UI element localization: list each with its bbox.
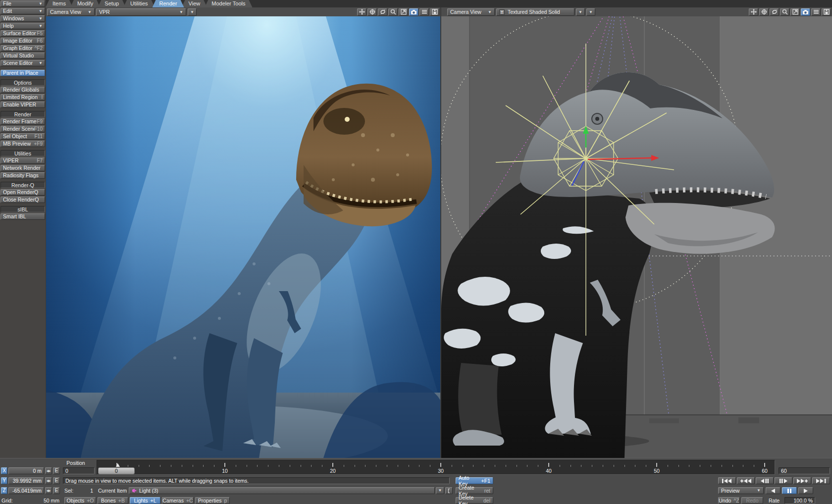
mode-cameras-button[interactable]: Cameras+C bbox=[162, 497, 194, 504]
mode-objects-button[interactable]: Objects+O bbox=[64, 497, 96, 504]
vpr-render-view[interactable] bbox=[46, 16, 440, 458]
mode-dropdown-arrow[interactable]: ▼ bbox=[576, 8, 585, 16]
end-frame-input[interactable]: 60 bbox=[779, 467, 830, 474]
radiosity-flags-button[interactable]: Radiosity Flags bbox=[0, 172, 45, 179]
image-editor-button[interactable]: Image Editor F6 bbox=[0, 38, 45, 44]
smart-ibl-button[interactable]: Smart IBL bbox=[0, 213, 45, 220]
virtual-studio-button[interactable]: Virtual Studio bbox=[0, 52, 45, 59]
y-envelope-button[interactable]: E bbox=[53, 477, 60, 484]
zoom-view-icon[interactable] bbox=[780, 8, 789, 16]
goto-end-button[interactable] bbox=[812, 477, 830, 484]
render-globals-button[interactable]: Render Globals bbox=[0, 87, 45, 93]
status-hint: Drag mouse in view to move selected item… bbox=[63, 477, 450, 484]
maximize-view-icon[interactable] bbox=[790, 8, 800, 16]
item-list-dropdown-button[interactable]: ▼ bbox=[436, 487, 444, 494]
render-mode-dropdown[interactable]: VPR ▼ bbox=[96, 8, 186, 16]
parent-in-place-button[interactable]: Parent in Place bbox=[0, 70, 45, 76]
orbit-view-icon[interactable] bbox=[367, 8, 377, 16]
tab-modeler-tools[interactable]: Modeler Tools bbox=[205, 0, 252, 7]
mb-preview-button[interactable]: MB Preview +F9 bbox=[0, 141, 45, 147]
position-x-field[interactable]: 0 m bbox=[8, 467, 44, 474]
timeline-ruler[interactable]: 0 10 20 30 40 50 60 0 bbox=[97, 460, 775, 475]
y-spinner[interactable]: ◀▶ bbox=[45, 477, 52, 484]
chevron-down-icon: ▼ bbox=[589, 10, 593, 14]
tab-view[interactable]: View bbox=[182, 0, 208, 7]
position-y-field[interactable]: 39.9992 mm bbox=[8, 477, 44, 484]
goto-start-button[interactable] bbox=[718, 477, 736, 484]
viewport-options-dropdown[interactable]: ▼ bbox=[188, 8, 197, 16]
step-forward-button[interactable] bbox=[775, 477, 792, 484]
view-type-dropdown[interactable]: Camera View ▼ bbox=[47, 8, 95, 16]
rate-value-field[interactable]: 100.0 % bbox=[784, 497, 815, 504]
chevron-down-icon: ▼ bbox=[39, 16, 43, 21]
viewport-menu-icon[interactable] bbox=[419, 8, 429, 16]
limited-region-button[interactable]: Limited Region l bbox=[0, 94, 45, 101]
step-back-button[interactable] bbox=[756, 477, 774, 484]
file-menu[interactable]: File ▼ bbox=[0, 0, 45, 7]
view-type-dropdown[interactable]: Camera View ▼ bbox=[447, 8, 495, 16]
auto-key-button[interactable]: Auto Key+F1 bbox=[456, 477, 493, 484]
maximize-view-icon[interactable] bbox=[399, 8, 408, 16]
render-scene-button[interactable]: Render Scene F10 bbox=[0, 126, 45, 132]
delete-key-button[interactable]: Delete Keydel bbox=[456, 497, 493, 504]
current-item-dropdown[interactable]: Light (3) bbox=[129, 487, 435, 494]
enable-viper-button[interactable]: Enable VIPER bbox=[0, 101, 45, 108]
move-view-icon[interactable] bbox=[749, 8, 758, 16]
tab-modify[interactable]: Modify bbox=[70, 0, 100, 7]
render-mode-dropdown[interactable]: T Textured Shaded Solid bbox=[496, 8, 574, 16]
properties-button[interactable]: Propertiesp bbox=[195, 497, 230, 504]
mode-bones-button[interactable]: Bones+B bbox=[98, 497, 128, 504]
tab-utilities[interactable]: Utilities bbox=[123, 0, 155, 7]
create-key-button[interactable]: Create Keyret bbox=[456, 487, 493, 494]
help-menu[interactable]: Help ▼ bbox=[0, 23, 45, 29]
sel-object-button[interactable]: Sel Object F11 bbox=[0, 133, 45, 140]
axis-y-chip[interactable]: Y bbox=[1, 477, 7, 484]
x-envelope-button[interactable]: E bbox=[53, 467, 60, 474]
play-forward-button[interactable] bbox=[798, 487, 813, 494]
redo-button[interactable]: Redo bbox=[741, 497, 763, 504]
pause-button[interactable] bbox=[782, 487, 797, 494]
x-spinner[interactable]: ◀▶ bbox=[45, 467, 52, 474]
viper-button[interactable]: VIPER F7 bbox=[0, 157, 45, 164]
open-renderq-button[interactable]: Open RenderQ bbox=[0, 189, 45, 196]
camera-icon[interactable] bbox=[801, 8, 810, 16]
shaded-3d-view[interactable] bbox=[441, 16, 832, 458]
z-envelope-button[interactable]: E bbox=[53, 487, 60, 494]
preview-dropdown[interactable]: Preview ▼ bbox=[718, 487, 764, 494]
tab-setup[interactable]: Setup bbox=[98, 0, 126, 7]
viewport-menu-icon[interactable] bbox=[811, 8, 821, 16]
scene-editor-button[interactable]: Scene Editor ▼ bbox=[0, 60, 45, 66]
axis-z-chip[interactable]: Z bbox=[1, 487, 7, 494]
frame-slider[interactable]: 0 bbox=[98, 467, 135, 474]
z-spinner[interactable]: ◀▶ bbox=[45, 487, 52, 494]
chevron-down-icon: ▼ bbox=[190, 10, 194, 14]
network-render-button[interactable]: Network Render bbox=[0, 165, 45, 171]
chevron-down-icon: ▼ bbox=[578, 10, 582, 14]
rotate-view-icon[interactable] bbox=[378, 8, 387, 16]
graph-editor-button[interactable]: Graph Editor ^F2 bbox=[0, 45, 45, 51]
surface-editor-button[interactable]: Surface Editor F5 bbox=[0, 30, 45, 37]
windows-menu[interactable]: Windows ▼ bbox=[0, 15, 45, 22]
edit-menu[interactable]: Edit ▼ bbox=[0, 8, 45, 14]
viewport-options-dropdown[interactable]: ▼ bbox=[586, 8, 595, 16]
save-view-icon[interactable] bbox=[822, 8, 831, 16]
orbit-view-icon[interactable] bbox=[759, 8, 769, 16]
item-properties-button[interactable] bbox=[445, 487, 453, 494]
mode-lights-button[interactable]: Lights+L bbox=[130, 497, 160, 504]
undo-button[interactable]: Undo^Z bbox=[718, 497, 740, 504]
move-view-icon[interactable] bbox=[357, 8, 366, 16]
zoom-view-icon[interactable] bbox=[388, 8, 398, 16]
axis-x-chip[interactable]: X bbox=[1, 467, 7, 474]
next-keyframe-button[interactable] bbox=[793, 477, 811, 484]
render-frame-button[interactable]: Render Frame F9 bbox=[0, 118, 45, 125]
camera-icon[interactable] bbox=[409, 8, 418, 16]
tab-render[interactable]: Render bbox=[153, 0, 184, 7]
current-frame-input[interactable]: 0 bbox=[63, 467, 95, 474]
play-reverse-button[interactable] bbox=[766, 487, 780, 494]
save-view-icon[interactable] bbox=[430, 8, 439, 16]
position-z-field[interactable]: -65.0419mm bbox=[8, 487, 44, 494]
rotate-view-icon[interactable] bbox=[770, 8, 779, 16]
close-renderq-button[interactable]: Close RenderQ bbox=[0, 197, 45, 203]
tab-items[interactable]: Items bbox=[46, 0, 73, 7]
prev-keyframe-button[interactable] bbox=[737, 477, 755, 484]
